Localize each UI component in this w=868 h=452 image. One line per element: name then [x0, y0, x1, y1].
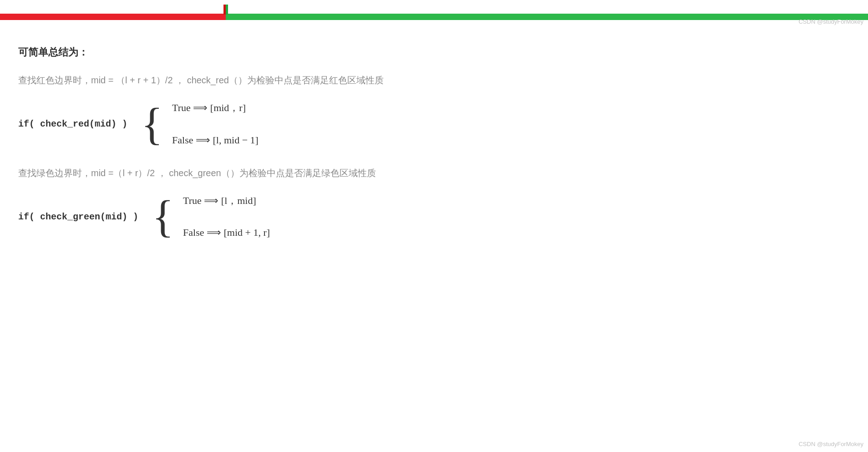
- green-brace-container: { True ⟹ [l，mid] False ⟹ [mid + 1, r]: [152, 194, 270, 240]
- watermark-top: CSDN @studyForMokey: [798, 18, 863, 25]
- color-bar-red: [0, 14, 226, 20]
- green-formula-label: if( check_green(mid) ): [18, 212, 138, 222]
- green-cases: True ⟹ [l，mid] False ⟹ [mid + 1, r]: [183, 194, 270, 240]
- green-true-case: True ⟹ [l，mid]: [183, 194, 270, 208]
- green-description: 查找绿色边界时，mid =（l + r）/2 ， check_green（）为检…: [18, 166, 850, 180]
- red-formula-block: if( check_red(mid) ) { True ⟹ [mid，r] Fa…: [18, 101, 850, 147]
- section-title: 可简单总结为：: [18, 46, 850, 59]
- red-true-case: True ⟹ [mid，r]: [172, 101, 259, 115]
- color-bar: [0, 14, 868, 20]
- red-brace-container: { True ⟹ [mid，r] False ⟹ [l, mid − 1]: [141, 101, 259, 147]
- cursor-indicator: [223, 5, 228, 15]
- red-false-case: False ⟹ [l, mid − 1]: [172, 133, 259, 147]
- green-big-brace: {: [152, 194, 174, 239]
- green-false-case: False ⟹ [mid + 1, r]: [183, 226, 270, 240]
- red-big-brace: {: [141, 102, 163, 147]
- green-formula-block: if( check_green(mid) ) { True ⟹ [l，mid] …: [18, 194, 850, 240]
- main-content: 可简单总结为： 查找红色边界时，mid = （l + r + 1）/2 ， ch…: [0, 41, 868, 285]
- red-cases: True ⟹ [mid，r] False ⟹ [l, mid − 1]: [172, 101, 259, 147]
- color-bar-container: CSDN @studyForMokey: [0, 0, 868, 27]
- red-description: 查找红色边界时，mid = （l + r + 1）/2 ， check_red（…: [18, 73, 850, 87]
- red-formula-label: if( check_red(mid) ): [18, 119, 127, 129]
- color-bar-green: [226, 14, 868, 20]
- watermark-bottom: CSDN @studyForMokey: [798, 441, 863, 447]
- cursor-right: [226, 5, 228, 15]
